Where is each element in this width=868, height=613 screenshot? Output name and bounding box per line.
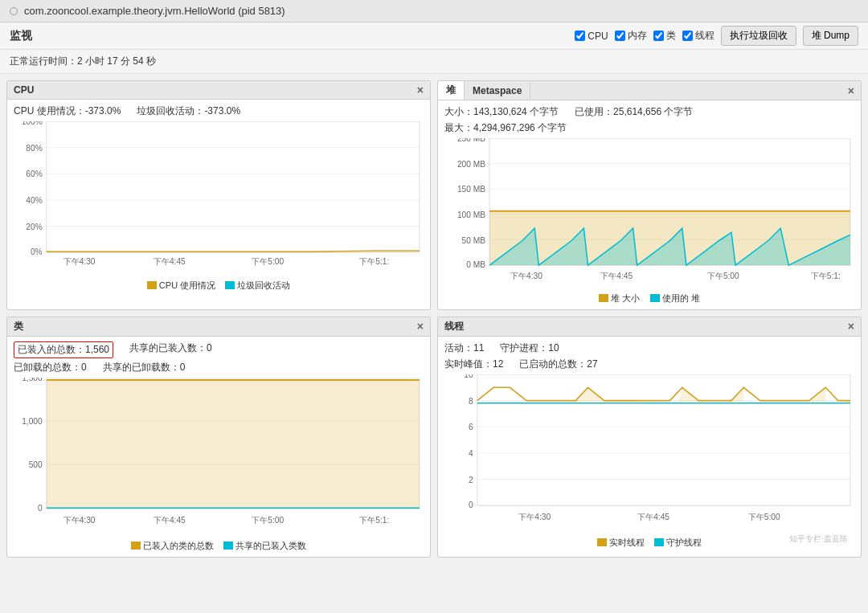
thread-chart: 10 8 6 4 2 0 下午4:30 下午4:45	[444, 374, 854, 534]
svg-text:6: 6	[469, 423, 473, 431]
thread-legend-daemon: 守护线程	[654, 537, 702, 549]
gc-button[interactable]: 执行垃圾回收	[721, 26, 796, 46]
heap-chart-area: 250 MB 200 MB 150 MB 100 MB 50 MB 0 MB	[444, 138, 854, 304]
thread-legend-live: 实时线程	[597, 537, 645, 549]
thread-stats-row2: 实时峰值：12 已启动的总数：27	[444, 358, 854, 371]
cpu-panel-close[interactable]: ×	[417, 84, 424, 96]
heap-panel-header: 堆 Metaspace ×	[438, 81, 861, 100]
cpu-checkbox-label: CPU	[588, 31, 608, 42]
svg-rect-46	[47, 380, 420, 509]
svg-text:8: 8	[469, 396, 473, 405]
class-shared-legend-label: 共享的已装入类数	[235, 540, 306, 552]
heap-panel: 堆 Metaspace × 大小：143,130,624 个字节 已使用：25,…	[437, 80, 862, 310]
cpu-chart: 100% 80% 60% 40% 20% 0% 下午4:30 下午4:45 下午…	[14, 121, 424, 277]
svg-text:10: 10	[464, 374, 473, 379]
svg-text:下午5:1:: 下午5:1:	[359, 515, 389, 524]
window-icon	[10, 7, 18, 15]
svg-text:80%: 80%	[26, 144, 42, 153]
class-chart-area: 1,500 1,000 500 0 下午4:30 下午4:45 下午5:00 下…	[14, 378, 424, 552]
thread-peak-stat: 实时峰值：12	[444, 358, 503, 371]
svg-text:150 MB: 150 MB	[457, 185, 485, 194]
svg-text:0 MB: 0 MB	[466, 260, 485, 269]
class-checkbox-label: 类	[666, 29, 676, 43]
cpu-panel: CPU × CPU 使用情况：-373.0% 垃圾回收活动：-373.0%	[6, 80, 431, 310]
cpu-gc-legend-label: 垃圾回收活动	[237, 280, 290, 292]
toolbar: 监视 CPU 内存 类 线程 执行垃圾回收 堆 Dump	[0, 22, 868, 50]
class-panel-header: 类 ×	[7, 317, 430, 337]
svg-text:200 MB: 200 MB	[457, 160, 485, 169]
svg-text:下午5:00: 下午5:00	[252, 257, 284, 266]
svg-text:下午4:45: 下午4:45	[154, 257, 186, 266]
heap-stats-row1: 大小：143,130,624 个字节 已使用：25,614,656 个字节	[444, 105, 854, 119]
cpu-chart-area: 100% 80% 60% 40% 20% 0% 下午4:30 下午4:45 下午…	[14, 121, 424, 292]
svg-text:2: 2	[469, 475, 473, 484]
cpu-checkbox-item[interactable]: CPU	[575, 31, 608, 42]
class-chart: 1,500 1,000 500 0 下午4:30 下午4:45 下午5:00 下…	[14, 378, 424, 537]
thread-checkbox[interactable]	[682, 31, 693, 41]
thread-panel-title: 线程	[444, 320, 464, 333]
thread-daemon-stat: 守护进程：10	[500, 341, 559, 355]
gc-activity-stat: 垃圾回收活动：-373.0%	[137, 104, 240, 118]
class-panel-close[interactable]: ×	[417, 320, 424, 333]
class-panel-title: 类	[14, 320, 23, 333]
metaspace-tab[interactable]: Metaspace	[465, 83, 530, 99]
class-legend-shared: 共享的已装入类数	[223, 540, 306, 552]
heap-size-legend-label: 堆 大小	[611, 292, 640, 304]
thread-stats-row1: 活动：11 守护进程：10	[444, 341, 854, 355]
svg-text:500: 500	[29, 460, 43, 469]
svg-text:1,500: 1,500	[22, 378, 43, 382]
class-shared-loaded-stat: 共享的已装入数：0	[129, 341, 212, 358]
heap-chart: 250 MB 200 MB 150 MB 100 MB 50 MB 0 MB	[444, 138, 854, 290]
svg-text:4: 4	[469, 449, 473, 458]
heap-used-stat: 已使用：25,614,656 个字节	[575, 105, 693, 119]
class-loaded-stat: 已装入的总数：1,560	[14, 341, 113, 358]
uptime-text: 正常运行时间：2 小时 17 分 54 秒	[10, 55, 156, 68]
heap-stats-row2: 最大：4,294,967,296 个字节	[444, 121, 854, 135]
cpu-panel-title: CPU	[14, 84, 34, 96]
class-total-legend-label: 已装入的类的总数	[143, 540, 214, 552]
cpu-stats-row: CPU 使用情况：-373.0% 垃圾回收活动：-373.0%	[14, 104, 424, 118]
heap-panel-close[interactable]: ×	[841, 82, 861, 100]
svg-text:下午5:1:: 下午5:1:	[811, 272, 841, 280]
svg-text:下午5:1:: 下午5:1:	[359, 257, 389, 266]
cpu-panel-header: CPU ×	[7, 81, 430, 100]
svg-text:下午4:30: 下午4:30	[63, 515, 96, 524]
class-panel-body: 已装入的总数：1,560 共享的已装入数：0 已卸载的总数：0 共享的已卸载数：…	[7, 337, 430, 557]
svg-rect-53	[477, 374, 850, 505]
cpu-usage-stat: CPU 使用情况：-373.0%	[14, 104, 121, 118]
thread-panel-body: 活动：11 守护进程：10 实时峰值：12 已启动的总数：27	[438, 337, 861, 554]
heap-tab[interactable]: 堆	[438, 81, 465, 100]
heap-tabs: 堆 Metaspace	[438, 81, 530, 100]
class-checkbox[interactable]	[653, 31, 664, 41]
thread-panel-close[interactable]: ×	[848, 320, 854, 333]
svg-text:下午5:00: 下午5:00	[748, 512, 780, 521]
cpu-checkbox[interactable]	[575, 31, 585, 41]
svg-text:1,000: 1,000	[22, 417, 43, 426]
class-panel: 类 × 已装入的总数：1,560 共享的已装入数：0 已卸载的总数：0 共享的已…	[6, 317, 431, 558]
class-checkbox-item[interactable]: 类	[653, 29, 676, 43]
thread-daemon-legend-label: 守护线程	[666, 537, 702, 549]
memory-checkbox-item[interactable]: 内存	[615, 29, 647, 43]
class-legend-total: 已装入的类的总数	[131, 540, 214, 552]
svg-text:下午5:00: 下午5:00	[707, 272, 739, 280]
thread-active-stat: 活动：11	[444, 341, 484, 355]
memory-checkbox-label: 内存	[628, 29, 647, 43]
thread-checkbox-item[interactable]: 线程	[682, 29, 714, 43]
thread-panel-header: 线程 ×	[438, 317, 861, 337]
thread-checkbox-label: 线程	[695, 29, 714, 43]
heap-size-stat: 大小：143,130,624 个字节	[444, 105, 559, 119]
toolbar-right: CPU 内存 类 线程 执行垃圾回收 堆 Dump	[575, 26, 858, 46]
cpu-legend-usage: CPU 使用情况	[147, 280, 215, 292]
svg-rect-0	[47, 121, 420, 252]
toolbar-label: 监视	[10, 29, 32, 43]
memory-checkbox[interactable]	[615, 31, 625, 41]
heap-legend: 堆 大小 使用的 堆	[444, 292, 854, 304]
svg-text:40%: 40%	[26, 196, 42, 205]
svg-text:0: 0	[38, 504, 43, 513]
svg-text:60%: 60%	[26, 170, 42, 178]
heap-used-color	[650, 294, 660, 302]
svg-text:下午4:30: 下午4:30	[518, 512, 551, 521]
heap-dump-button[interactable]: 堆 Dump	[803, 26, 858, 46]
thread-live-legend-label: 实时线程	[609, 537, 645, 549]
svg-text:50 MB: 50 MB	[462, 236, 486, 245]
